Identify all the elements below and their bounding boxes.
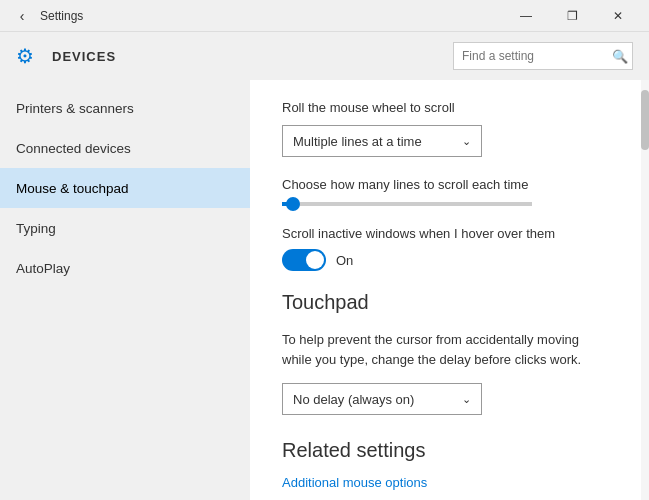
touchpad-dropdown-value: No delay (always on) — [293, 392, 414, 407]
additional-mouse-options-link[interactable]: Additional mouse options — [282, 475, 427, 490]
related-heading: Related settings — [282, 439, 609, 462]
slider-thumb[interactable] — [286, 197, 300, 211]
touchpad-dropdown[interactable]: No delay (always on) ⌄ — [282, 383, 482, 415]
scroll-inactive-toggle[interactable] — [282, 249, 326, 271]
search-icon: 🔍 — [612, 49, 628, 64]
titlebar-title: Settings — [40, 9, 83, 23]
lines-label: Choose how many lines to scroll each tim… — [282, 177, 609, 192]
toggle-section: Scroll inactive windows when I hover ove… — [282, 226, 609, 271]
toggle-knob — [306, 251, 324, 269]
sidebar-item-printers[interactable]: Printers & scanners — [0, 88, 250, 128]
touchpad-heading: Touchpad — [282, 291, 609, 314]
sidebar-item-autoplay[interactable]: AutoPlay — [0, 248, 250, 288]
search-input[interactable] — [462, 49, 612, 63]
lines-slider-section: Choose how many lines to scroll each tim… — [282, 177, 609, 206]
header-title: DEVICES — [52, 49, 116, 64]
devices-icon: ⚙ — [16, 44, 40, 68]
related-settings-section: Related settings Additional mouse option… — [282, 439, 609, 490]
back-button[interactable]: ‹ — [8, 2, 36, 30]
titlebar-controls: — ❐ ✕ — [503, 0, 641, 32]
content-area: Roll the mouse wheel to scroll Multiple … — [250, 80, 641, 500]
toggle-row: On — [282, 249, 609, 271]
scroll-dropdown-value: Multiple lines at a time — [293, 134, 422, 149]
main-layout: Printers & scanners Connected devices Mo… — [0, 80, 649, 500]
maximize-button[interactable]: ❐ — [549, 0, 595, 32]
toggle-on-label: On — [336, 253, 353, 268]
toggle-label: Scroll inactive windows when I hover ove… — [282, 226, 609, 241]
close-button[interactable]: ✕ — [595, 0, 641, 32]
scroll-dropdown[interactable]: Multiple lines at a time ⌄ — [282, 125, 482, 157]
sidebar: Printers & scanners Connected devices Mo… — [0, 80, 250, 500]
minimize-button[interactable]: — — [503, 0, 549, 32]
titlebar: ‹ Settings — ❐ ✕ — [0, 0, 649, 32]
scrollbar-thumb[interactable] — [641, 90, 649, 150]
scroll-label: Roll the mouse wheel to scroll — [282, 100, 609, 115]
touchpad-section: Touchpad To help prevent the cursor from… — [282, 291, 609, 415]
scroll-dropdown-arrow: ⌄ — [462, 135, 471, 148]
touchpad-dropdown-arrow: ⌄ — [462, 393, 471, 406]
scrollbar[interactable] — [641, 80, 649, 500]
sidebar-item-typing[interactable]: Typing — [0, 208, 250, 248]
slider-track[interactable] — [282, 202, 532, 206]
sidebar-item-connected[interactable]: Connected devices — [0, 128, 250, 168]
search-box[interactable]: 🔍 — [453, 42, 633, 70]
touchpad-description: To help prevent the cursor from accident… — [282, 330, 609, 369]
sidebar-item-mouse[interactable]: Mouse & touchpad — [0, 168, 250, 208]
header: ⚙ DEVICES 🔍 — [0, 32, 649, 80]
scroll-section: Roll the mouse wheel to scroll Multiple … — [282, 100, 609, 157]
